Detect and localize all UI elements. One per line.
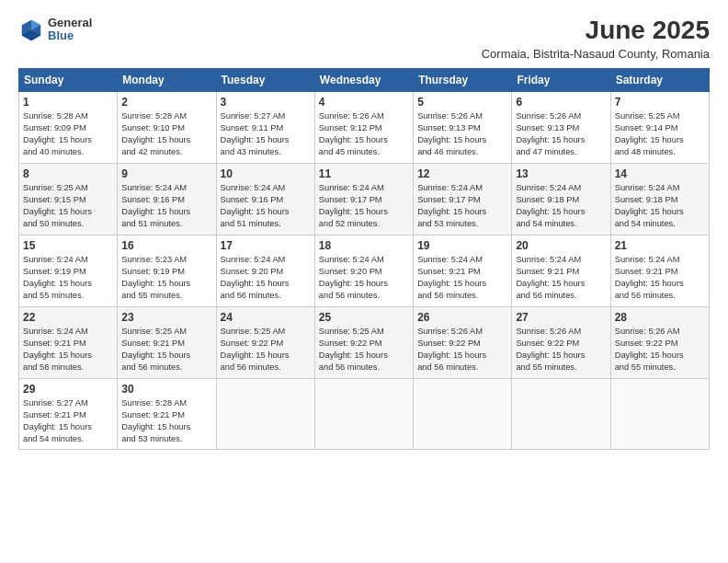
table-row: 1Sunrise: 5:28 AM Sunset: 9:09 PM Daylig… — [19, 91, 118, 163]
cell-info: Sunrise: 5:24 AM Sunset: 9:18 PM Dayligh… — [615, 182, 705, 230]
table-row: 27Sunrise: 5:26 AM Sunset: 9:22 PM Dayli… — [512, 306, 610, 378]
calendar-header-row: Sunday Monday Tuesday Wednesday Thursday… — [19, 68, 710, 91]
table-row: 10Sunrise: 5:24 AM Sunset: 9:16 PM Dayli… — [216, 163, 314, 235]
table-row: 13Sunrise: 5:24 AM Sunset: 9:18 PM Dayli… — [512, 163, 610, 235]
day-number: 28 — [615, 311, 705, 324]
cell-info: Sunrise: 5:24 AM Sunset: 9:21 PM Dayligh… — [615, 254, 705, 302]
day-number: 2 — [121, 96, 211, 109]
table-row: 12Sunrise: 5:24 AM Sunset: 9:17 PM Dayli… — [414, 163, 512, 235]
calendar-table: Sunday Monday Tuesday Wednesday Thursday… — [18, 68, 710, 450]
cell-info: Sunrise: 5:25 AM Sunset: 9:22 PM Dayligh… — [319, 326, 409, 373]
cell-info: Sunrise: 5:24 AM Sunset: 9:21 PM Dayligh… — [516, 254, 606, 302]
day-number: 11 — [319, 167, 409, 180]
cell-info: Sunrise: 5:25 AM Sunset: 9:15 PM Dayligh… — [23, 182, 113, 230]
table-row — [216, 378, 314, 449]
calendar-week-row: 29Sunrise: 5:27 AM Sunset: 9:21 PM Dayli… — [19, 378, 710, 449]
header: General Blue June 2025 Cormaia, Bistrita… — [18, 17, 710, 61]
day-number: 7 — [615, 96, 705, 109]
day-number: 9 — [121, 167, 211, 180]
day-number: 30 — [121, 383, 211, 396]
col-tuesday: Tuesday — [216, 68, 314, 91]
cell-info: Sunrise: 5:28 AM Sunset: 9:09 PM Dayligh… — [23, 110, 113, 158]
table-row: 20Sunrise: 5:24 AM Sunset: 9:21 PM Dayli… — [512, 235, 610, 306]
day-number: 19 — [417, 239, 507, 252]
cell-info: Sunrise: 5:27 AM Sunset: 9:21 PM Dayligh… — [23, 397, 113, 445]
cell-info: Sunrise: 5:28 AM Sunset: 9:21 PM Dayligh… — [121, 397, 211, 445]
logo-general: General — [48, 17, 92, 29]
table-row: 11Sunrise: 5:24 AM Sunset: 9:17 PM Dayli… — [314, 163, 413, 235]
table-row: 3Sunrise: 5:27 AM Sunset: 9:11 PM Daylig… — [216, 91, 314, 163]
cell-info: Sunrise: 5:24 AM Sunset: 9:16 PM Dayligh… — [221, 182, 311, 230]
table-row: 16Sunrise: 5:23 AM Sunset: 9:19 PM Dayli… — [118, 235, 216, 306]
col-thursday: Thursday — [414, 68, 512, 91]
day-number: 12 — [417, 167, 507, 180]
table-row: 19Sunrise: 5:24 AM Sunset: 9:21 PM Dayli… — [414, 235, 512, 306]
table-row — [314, 378, 413, 449]
day-number: 26 — [417, 311, 507, 324]
table-row: 18Sunrise: 5:24 AM Sunset: 9:20 PM Dayli… — [314, 235, 413, 306]
day-number: 24 — [221, 311, 311, 324]
logo-text: General Blue — [48, 17, 92, 43]
cell-info: Sunrise: 5:26 AM Sunset: 9:22 PM Dayligh… — [417, 326, 507, 373]
cell-info: Sunrise: 5:24 AM Sunset: 9:17 PM Dayligh… — [417, 182, 507, 230]
table-row: 5Sunrise: 5:26 AM Sunset: 9:13 PM Daylig… — [414, 91, 512, 163]
day-number: 5 — [417, 96, 507, 109]
day-number: 15 — [23, 239, 113, 252]
table-row: 25Sunrise: 5:25 AM Sunset: 9:22 PM Dayli… — [314, 306, 413, 378]
day-number: 10 — [221, 167, 311, 180]
cell-info: Sunrise: 5:24 AM Sunset: 9:21 PM Dayligh… — [417, 254, 507, 302]
cell-info: Sunrise: 5:26 AM Sunset: 9:12 PM Dayligh… — [319, 110, 409, 158]
page: General Blue June 2025 Cormaia, Bistrita… — [0, 0, 728, 563]
day-number: 23 — [121, 311, 211, 324]
table-row: 26Sunrise: 5:26 AM Sunset: 9:22 PM Dayli… — [414, 306, 512, 378]
calendar-week-row: 1Sunrise: 5:28 AM Sunset: 9:09 PM Daylig… — [19, 91, 710, 163]
day-number: 4 — [319, 96, 409, 109]
cell-info: Sunrise: 5:26 AM Sunset: 9:22 PM Dayligh… — [516, 326, 606, 373]
table-row — [610, 378, 709, 449]
table-row: 24Sunrise: 5:25 AM Sunset: 9:22 PM Dayli… — [216, 306, 314, 378]
table-row: 17Sunrise: 5:24 AM Sunset: 9:20 PM Dayli… — [216, 235, 314, 306]
cell-info: Sunrise: 5:24 AM Sunset: 9:20 PM Dayligh… — [221, 254, 311, 302]
title-area: June 2025 Cormaia, Bistrita-Nasaud Count… — [482, 17, 710, 61]
day-number: 14 — [615, 167, 705, 180]
day-number: 20 — [516, 239, 606, 252]
table-row: 23Sunrise: 5:25 AM Sunset: 9:21 PM Dayli… — [118, 306, 216, 378]
day-number: 21 — [615, 239, 705, 252]
day-number: 18 — [319, 239, 409, 252]
calendar-week-row: 15Sunrise: 5:24 AM Sunset: 9:19 PM Dayli… — [19, 235, 710, 306]
table-row: 30Sunrise: 5:28 AM Sunset: 9:21 PM Dayli… — [118, 378, 216, 449]
month-title: June 2025 — [482, 17, 710, 45]
col-sunday: Sunday — [19, 68, 118, 91]
table-row: 22Sunrise: 5:24 AM Sunset: 9:21 PM Dayli… — [19, 306, 118, 378]
col-saturday: Saturday — [610, 68, 709, 91]
day-number: 22 — [23, 311, 113, 324]
cell-info: Sunrise: 5:24 AM Sunset: 9:20 PM Dayligh… — [319, 254, 409, 302]
day-number: 17 — [221, 239, 311, 252]
cell-info: Sunrise: 5:26 AM Sunset: 9:13 PM Dayligh… — [516, 110, 606, 158]
day-number: 16 — [121, 239, 211, 252]
cell-info: Sunrise: 5:24 AM Sunset: 9:16 PM Dayligh… — [121, 182, 211, 230]
day-number: 8 — [23, 167, 113, 180]
table-row: 6Sunrise: 5:26 AM Sunset: 9:13 PM Daylig… — [512, 91, 610, 163]
col-wednesday: Wednesday — [314, 68, 413, 91]
table-row — [414, 378, 512, 449]
cell-info: Sunrise: 5:24 AM Sunset: 9:18 PM Dayligh… — [516, 182, 606, 230]
table-row: 21Sunrise: 5:24 AM Sunset: 9:21 PM Dayli… — [610, 235, 709, 306]
cell-info: Sunrise: 5:24 AM Sunset: 9:21 PM Dayligh… — [23, 326, 113, 373]
cell-info: Sunrise: 5:26 AM Sunset: 9:13 PM Dayligh… — [417, 110, 507, 158]
table-row: 15Sunrise: 5:24 AM Sunset: 9:19 PM Dayli… — [19, 235, 118, 306]
table-row: 9Sunrise: 5:24 AM Sunset: 9:16 PM Daylig… — [118, 163, 216, 235]
cell-info: Sunrise: 5:25 AM Sunset: 9:22 PM Dayligh… — [221, 326, 311, 373]
table-row: 7Sunrise: 5:25 AM Sunset: 9:14 PM Daylig… — [610, 91, 709, 163]
cell-info: Sunrise: 5:24 AM Sunset: 9:19 PM Dayligh… — [23, 254, 113, 302]
col-monday: Monday — [118, 68, 216, 91]
day-number: 29 — [23, 383, 113, 396]
col-friday: Friday — [512, 68, 610, 91]
day-number: 1 — [23, 96, 113, 109]
table-row: 14Sunrise: 5:24 AM Sunset: 9:18 PM Dayli… — [610, 163, 709, 235]
cell-info: Sunrise: 5:24 AM Sunset: 9:17 PM Dayligh… — [319, 182, 409, 230]
logo-icon — [18, 17, 44, 42]
cell-info: Sunrise: 5:28 AM Sunset: 9:10 PM Dayligh… — [121, 110, 211, 158]
table-row — [512, 378, 610, 449]
table-row: 28Sunrise: 5:26 AM Sunset: 9:22 PM Dayli… — [610, 306, 709, 378]
